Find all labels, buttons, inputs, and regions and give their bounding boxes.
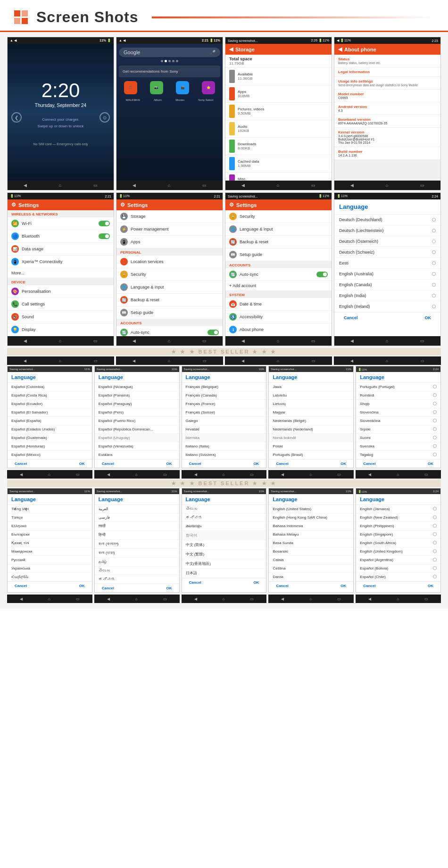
lang-bangla-in[interactable]: বাংলা (ভারত)	[95, 549, 179, 558]
nav-home-r2[interactable]: ⌂	[59, 359, 61, 363]
lang-kannada[interactable]: ಕನ್ನಡ	[95, 575, 179, 584]
personalisation-item[interactable]: 🎨 Personalisation	[8, 285, 114, 298]
nf-rec5[interactable]: ▭	[424, 597, 428, 601]
lang-ok-btn[interactable]: OK	[425, 315, 431, 320]
lang-shqip[interactable]: Shqip	[356, 400, 440, 408]
lang-col10-ok[interactable]: OK	[428, 584, 433, 588]
lang-en-nz[interactable]: English (New Zealand)	[356, 513, 440, 522]
lang-arabic[interactable]: العربية	[95, 505, 179, 513]
nf-back2[interactable]: ◀	[107, 597, 110, 601]
add-account-item[interactable]: + Add account	[225, 281, 332, 291]
nav-back-r2-3[interactable]: ◀	[241, 359, 244, 363]
back-btn-home[interactable]: ◀	[133, 183, 136, 188]
nav-home-r2-2[interactable]: ⌂	[168, 359, 170, 363]
nb-back3[interactable]: ◀	[194, 472, 197, 477]
lang-es-costa-rica[interactable]: Español (Costa Rica)	[8, 391, 92, 400]
autosync-toggle2[interactable]	[316, 272, 328, 277]
home-btn-lang[interactable]: ⌂	[386, 339, 388, 343]
lang-latviesu[interactable]: Latviešu	[269, 391, 353, 400]
storage-nav-item[interactable]: 💾 Storage	[116, 210, 223, 223]
lang-col6-cancel[interactable]: Cancel	[15, 584, 27, 588]
nf-back1[interactable]: ◀	[20, 597, 23, 601]
lang-deutsch-osterreich[interactable]: Deutsch (Österreich)	[334, 236, 440, 247]
accessibility-item[interactable]: ♿ Accessibility	[225, 311, 332, 323]
nb-rec3[interactable]: ▭	[250, 472, 254, 477]
nb-rec[interactable]: ▭	[76, 472, 80, 477]
lang-col8-ok[interactable]: OK	[253, 580, 259, 585]
back-btn-about[interactable]: ◀	[350, 183, 354, 188]
lang-english-australia[interactable]: English (Australia)	[334, 269, 440, 280]
lang-col4-cancel[interactable]: Cancel	[276, 462, 288, 466]
lang-telugu2[interactable]: తెలుగు	[182, 505, 266, 513]
lang-es-nicaragua[interactable]: Español (Nicaragua)	[95, 383, 179, 391]
autosync-item2[interactable]: 🔃 Auto-sync	[225, 268, 332, 281]
nb-back[interactable]: ◀	[20, 472, 23, 477]
lang-deutsch-liechtenstein[interactable]: Deutsch (Liechtenstein)	[334, 225, 440, 236]
lang-col7-cancel[interactable]: Cancel	[102, 586, 114, 590]
lang-islenska[interactable]: Íslenska	[182, 434, 266, 442]
lang-col9-cancel[interactable]: Cancel	[276, 584, 288, 588]
lang-es-honduras[interactable]: Español (Honduras)	[8, 442, 92, 451]
lang-fr-canada[interactable]: Français (Canada)	[182, 391, 266, 400]
more-item[interactable]: More...	[8, 268, 114, 278]
lang-es-guatemala[interactable]: Español (Guatemala)	[8, 434, 92, 442]
nf-home5[interactable]: ⌂	[397, 597, 399, 601]
lang-en-ph[interactable]: English (Philippines)	[356, 522, 440, 530]
lang-col5-ok[interactable]: OK	[428, 462, 433, 466]
lang-deutsch-deutschland[interactable]: Deutsch (Deutschland)	[334, 215, 440, 225]
lang-lietuviu[interactable]: Lietuvių	[269, 400, 353, 408]
location-item[interactable]: 📍 Location services	[116, 256, 223, 268]
lang-fr-suisse[interactable]: Français (Suisse)	[182, 408, 266, 417]
lang-farsi[interactable]: فارسی	[95, 513, 179, 522]
lang-jawa[interactable]: Jawa	[269, 383, 353, 391]
bluetooth-item[interactable]: 🔵 Bluetooth	[8, 230, 114, 243]
lang-es-puerto-rico[interactable]: Español (Puerto Rico)	[95, 417, 179, 425]
lang-dansk[interactable]: Dansk	[269, 573, 353, 581]
lang-input-item[interactable]: 🌐 Language & input	[116, 281, 223, 294]
home-btn-wifi[interactable]: ⌂	[59, 339, 61, 343]
lang-bosanski[interactable]: Bosanski	[269, 547, 353, 556]
nav-recent-r2-3[interactable]: ▭	[312, 359, 315, 363]
setup-item[interactable]: 📖 Setup guide	[116, 306, 223, 319]
power-item[interactable]: ⚡ Power management	[116, 223, 223, 236]
recent-btn-storage-settings[interactable]: ▭	[202, 339, 207, 343]
nav-home-r2-4[interactable]: ⌂	[386, 359, 388, 363]
lang-korean[interactable]: 한국어	[182, 531, 266, 540]
lang-english-ireland[interactable]: English (Ireland)	[334, 301, 440, 312]
nb-back5[interactable]: ◀	[368, 472, 371, 477]
nf-home1[interactable]: ⌂	[48, 597, 50, 601]
backup-nav-item[interactable]: 🔄 Backup & reset	[225, 236, 332, 248]
xperia-item[interactable]: 📱 Xperia™ Connectivity	[8, 256, 114, 268]
lang-polski[interactable]: Polski	[269, 442, 353, 451]
lang-kazak[interactable]: Қазақ тілі	[8, 539, 92, 547]
lang-col2-ok[interactable]: OK	[166, 462, 172, 466]
recent-btn-storage[interactable]: ▭	[311, 183, 315, 188]
lang-hindi[interactable]: हिन्दी	[95, 531, 179, 540]
nf-rec4[interactable]: ▭	[337, 597, 341, 601]
lang-kannada2[interactable]: ಕನ್ನಡ	[182, 513, 266, 522]
walkman-icon[interactable]: 🎵	[124, 81, 137, 94]
lang-cancel-btn[interactable]: Cancel	[344, 315, 358, 320]
nb-rec2[interactable]: ▭	[163, 472, 167, 477]
about-back[interactable]: ◀	[338, 46, 342, 52]
lang-es-uruguay[interactable]: Español (Uruguay)	[95, 434, 179, 442]
lang-catala[interactable]: Català	[269, 556, 353, 564]
lang-col3-cancel[interactable]: Cancel	[189, 462, 201, 466]
lang-en-hk[interactable]: English (Hong Kong SAR China)	[269, 513, 353, 522]
lang-slovensina[interactable]: Slovenščina	[356, 417, 440, 425]
call-settings-item[interactable]: 📞 Call settings	[8, 298, 114, 311]
lang-suomi[interactable]: Suomi	[356, 434, 440, 442]
nb-back4[interactable]: ◀	[281, 472, 284, 477]
lang-telugu[interactable]: తెలుగు	[95, 567, 179, 575]
recent-btn-security[interactable]: ▭	[311, 339, 315, 343]
lock-camera-icon[interactable]: ⊙	[100, 112, 110, 123]
lang-deutsch-schweiz[interactable]: Deutsch (Schweiz)	[334, 247, 440, 258]
recent-btn-about[interactable]: ▭	[420, 183, 424, 188]
sound-item[interactable]: 🔊 Sound	[8, 311, 114, 323]
recent-btn-home[interactable]: ▭	[202, 183, 207, 188]
nb-home4[interactable]: ⌂	[309, 472, 312, 477]
lang-es-paraguay[interactable]: Español (Paraguay)	[95, 400, 179, 408]
lang-col1-ok[interactable]: OK	[79, 462, 85, 466]
lang-es-arg[interactable]: Español (Argentina)	[356, 556, 440, 564]
nb-home5[interactable]: ⌂	[397, 472, 399, 477]
